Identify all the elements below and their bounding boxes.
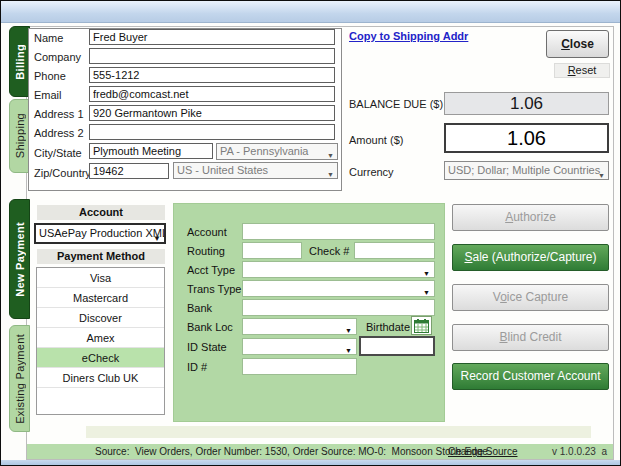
account-select[interactable]: USAePay Production XML ▼ [34, 223, 166, 244]
status-bar: Source: View Orders, Order Number: 1530,… [27, 444, 613, 459]
blind-credit-button[interactable]: Blind Credit [452, 324, 609, 351]
state-select[interactable]: PA - Pennsylvania ▼ [216, 143, 338, 160]
reset-button[interactable]: Reset [554, 63, 610, 78]
company-input[interactable] [89, 48, 335, 64]
version-text: v 1.0.0.23 a [552, 444, 607, 459]
tab-new-payment-label: New Payment [14, 222, 26, 297]
tab-billing[interactable]: Billing [9, 26, 30, 97]
acct-type-select[interactable]: ▼ [242, 261, 435, 278]
currency-label: Currency [349, 166, 394, 178]
account-select-value: USAePay Production XML [39, 227, 166, 239]
tab-existing-payment-label: Existing Payment [14, 334, 26, 424]
account-header: Account [37, 205, 165, 220]
change-source-link[interactable]: Change Source [448, 444, 518, 459]
bottom-strip [86, 426, 591, 438]
country-select[interactable]: US - United States ▼ [173, 162, 338, 179]
name-label: Name [34, 32, 63, 44]
trans-type-label: Trans Type [187, 283, 241, 295]
record-customer-account-button[interactable]: Record Customer Account [452, 363, 609, 390]
address1-input[interactable] [89, 105, 335, 121]
routing-label: Routing [187, 245, 225, 257]
birthdate-input[interactable] [359, 336, 435, 356]
chevron-down-icon: ▼ [327, 148, 334, 160]
address2-input[interactable] [89, 124, 335, 140]
id-state-select[interactable]: ▼ [242, 338, 357, 355]
payment-terminal-window: Payment Terminal: My Test Company Billin… [0, 0, 621, 466]
address1-label: Address 1 [34, 108, 84, 120]
address2-label: Address 2 [34, 127, 84, 139]
window-bottom-edge [1, 460, 620, 466]
tab-new-payment[interactable]: New Payment [9, 199, 30, 319]
echeck-account-label: Account [187, 226, 227, 238]
company-label: Company [34, 51, 81, 63]
payment-method-item[interactable]: Amex [37, 328, 164, 348]
tab-shipping-label: Shipping [14, 113, 26, 158]
tab-shipping[interactable]: Shipping [9, 99, 30, 173]
amount-label: Amount ($) [349, 134, 403, 146]
amount-input[interactable] [444, 123, 609, 153]
id-number-input[interactable] [242, 358, 357, 375]
payment-method-item[interactable]: Discover [37, 308, 164, 328]
chevron-down-icon: ▼ [345, 323, 352, 338]
trans-type-select[interactable]: ▼ [242, 280, 435, 297]
payment-method-item[interactable]: Mastercard [37, 288, 164, 308]
chevron-down-icon: ▼ [327, 167, 334, 179]
bank-loc-label: Bank Loc [187, 321, 233, 333]
payment-method-item[interactable]: Diners Club UK [37, 368, 164, 388]
title-bar: Payment Terminal: My Test Company [1, 1, 620, 23]
bank-input[interactable] [242, 299, 435, 316]
chevron-down-icon: ▼ [423, 285, 430, 300]
bank-label: Bank [187, 302, 212, 314]
id-state-label: ID State [187, 341, 227, 353]
currency-select[interactable]: USD; Dollar; Multiple Countries ▼ [444, 161, 609, 180]
chevron-down-icon: ▼ [598, 167, 605, 180]
city-input[interactable] [89, 143, 213, 159]
calendar-icon[interactable] [411, 316, 432, 335]
voice-capture-button[interactable]: Voice Capture [452, 284, 609, 311]
name-input[interactable] [89, 29, 335, 45]
state-value: PA - Pennsylvania [220, 145, 308, 157]
birthdate-label: Birthdate [366, 321, 410, 333]
tab-billing-label: Billing [14, 44, 26, 80]
city-state-label: City/State [34, 147, 82, 159]
bank-loc-select[interactable]: ▼ [242, 318, 357, 335]
country-value: US - United States [177, 164, 268, 176]
email-input[interactable] [89, 86, 335, 102]
check-number-label: Check # [309, 245, 349, 257]
balance-due-label: BALANCE DUE ($) [349, 98, 443, 110]
phone-input[interactable] [89, 67, 335, 83]
sale-button[interactable]: Sale (Authorize/Capture) [452, 244, 609, 271]
email-label: Email [34, 89, 62, 101]
id-number-label: ID # [187, 361, 207, 373]
chevron-down-icon: ▼ [345, 343, 352, 358]
echeck-account-input[interactable] [242, 223, 435, 240]
acct-type-label: Acct Type [187, 264, 235, 276]
phone-label: Phone [34, 70, 66, 82]
routing-input[interactable] [242, 242, 302, 259]
echeck-panel: Account Routing Check # Acct Type ▼ Tran… [173, 203, 445, 422]
payment-method-list: VisaMastercardDiscoverAmexeCheckDiners C… [36, 267, 165, 415]
currency-value: USD; Dollar; Multiple Countries [448, 164, 600, 176]
balance-due-value: 1.06 [444, 92, 609, 115]
payment-method-header: Payment Method [37, 249, 165, 264]
authorize-button[interactable]: Authorize [452, 204, 609, 231]
status-source-text: Source: View Orders, Order Number: 1530,… [95, 444, 488, 459]
payment-method-item[interactable]: Visa [37, 268, 164, 288]
chevron-down-icon: ▼ [153, 230, 161, 244]
zip-country-label: Zip/Country [34, 167, 91, 179]
copy-to-shipping-link[interactable]: Copy to Shipping Addr [349, 30, 468, 42]
zip-input[interactable] [89, 163, 169, 179]
check-number-input[interactable] [354, 242, 435, 259]
tab-existing-payment[interactable]: Existing Payment [9, 325, 30, 432]
payment-method-item[interactable]: eCheck [37, 348, 164, 368]
close-button[interactable]: Close [546, 30, 609, 58]
chevron-down-icon: ▼ [423, 266, 430, 281]
